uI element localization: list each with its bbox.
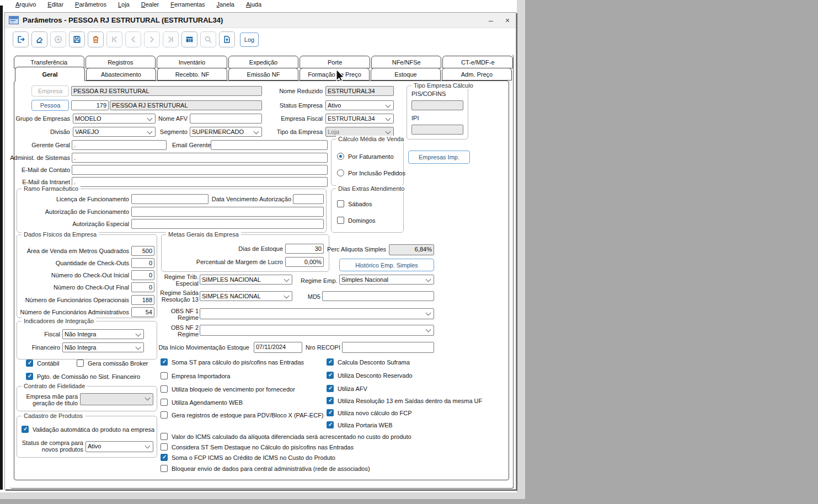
tab-porte[interactable]: Porte (300, 56, 370, 68)
checkbox-utiliza-agendamento-web[interactable]: Utiliza Agendamento WEB (161, 399, 243, 406)
minimize-button[interactable]: – (483, 14, 499, 27)
func-administrativos-input[interactable]: 54 (131, 307, 154, 317)
save-button[interactable] (69, 31, 85, 47)
obs-nf1-regime-select[interactable] (200, 308, 434, 319)
checkbox-utiliza-bloqueio-vencimento[interactable]: Utiliza bloqueio de vencimento por forne… (161, 385, 295, 393)
divisao-select[interactable]: VAREJO (73, 127, 156, 137)
checkout-inicial-input[interactable]: 0 (131, 270, 154, 280)
autorizacao-especial-input[interactable] (131, 219, 324, 229)
add-button[interactable] (50, 31, 66, 47)
checkbox-empresa-importadora[interactable]: Empresa Importadora (161, 372, 230, 379)
administ-sistemas-input[interactable]: . (72, 153, 328, 163)
licenca-funcionamento-input[interactable] (131, 194, 208, 204)
grid-icon (185, 35, 194, 44)
regime-trib-especial-select[interactable]: SIMPLES NACIONAL (200, 275, 292, 285)
regime-emp-select[interactable]: Simples Nacional (339, 275, 434, 285)
checkbox-bloquear-envio-dados[interactable]: Bloquear envio de dados para central adm… (161, 465, 370, 472)
empresas-imp-button[interactable]: Empresas Imp. (408, 151, 470, 164)
grid-button[interactable] (181, 31, 197, 47)
menu-item-loja[interactable]: Loja (118, 1, 130, 8)
menu-item-dealer[interactable]: Dealer (141, 1, 159, 8)
checkbox-soma-fcp-icms[interactable]: Soma o FCP ICMS ao Crédito de ICMS no Cu… (161, 454, 335, 461)
nro-recopi-input[interactable] (342, 342, 434, 353)
dta-inicio-movimentacao-input[interactable]: 07/11/2024 (254, 342, 302, 353)
checkbox-sabados[interactable]: Sábados (337, 200, 372, 207)
menu-item-ajuda[interactable]: Ajuda (246, 1, 261, 8)
tab-cte-mdfe[interactable]: CT-e/MDF-e (442, 56, 513, 68)
tab-recebto-nf[interactable]: Recebto. NF (157, 68, 227, 81)
checkbox-domingos[interactable]: Domingos (337, 217, 376, 224)
previous-record-button[interactable] (125, 31, 141, 47)
radio-por-inclusao-pedidos[interactable]: Por Inclusão Pedidos (337, 169, 405, 176)
checkbox-box (26, 360, 33, 367)
tab-nfe-nfse[interactable]: NFe/NFSe (371, 56, 442, 68)
tab-estoque[interactable]: Estoque (371, 68, 441, 81)
checkbox-utiliza-portaria-web[interactable]: Utiliza Portaria WEB (327, 421, 393, 428)
checkbox-utiliza-afv[interactable]: Utiliza AFV (327, 385, 367, 392)
tab-geral[interactable]: Geral (15, 67, 85, 81)
tipo-empresa-calculo-title: Tipo Empresa Cálculo (411, 82, 475, 89)
menu-item-parametros[interactable]: Parâmetros (75, 1, 106, 8)
clear-button[interactable] (31, 31, 47, 47)
md5-input[interactable] (322, 291, 434, 301)
data-vencimento-input[interactable] (293, 194, 324, 204)
pessoa-button[interactable]: Pessoa (31, 100, 69, 111)
checkbox-gera-registros-pdv[interactable]: Gera registros de estoque para PDV/Bloco… (161, 411, 324, 419)
menu-item-janela[interactable]: Janela (217, 1, 234, 8)
next-record-button[interactable] (144, 31, 160, 47)
regime-saida-resolucao13-select[interactable]: SIMPLES NACIONAL (200, 291, 292, 301)
export-button[interactable] (219, 31, 235, 47)
empresa-button[interactable]: Empresa (31, 85, 69, 96)
checkbox-calcula-desconto-suframa[interactable]: Calcula Desconto Suframa (327, 358, 410, 366)
qtd-checkouts-input[interactable]: 0 (131, 258, 154, 268)
log-button[interactable]: Log (240, 33, 259, 47)
close-button[interactable]: × (499, 14, 516, 27)
email-intranet-input[interactable]: . (72, 177, 328, 187)
margem-lucro-input[interactable]: 0,00% (285, 257, 324, 267)
checkbox-validacao-automatica[interactable]: Validação automática do produto na empre… (22, 426, 154, 433)
checkbox-gera-comissao-broker[interactable]: Gera comissão Broker (77, 360, 148, 367)
first-record-button[interactable] (106, 31, 122, 47)
checkbox-soma-st-entradas[interactable]: Soma ST para cálculo do pis/cofins nas E… (161, 358, 304, 366)
status-empresa-select[interactable]: Ativo (325, 100, 394, 110)
tab-adm-preco[interactable]: Adm. Preço (442, 68, 512, 81)
menu-item-editar[interactable]: Editar (47, 1, 63, 8)
tab-emissao-nf[interactable]: Emissão NF (228, 68, 298, 81)
pessoa-code-field[interactable]: 179 (71, 100, 109, 110)
autorizacao-funcionamento-input[interactable] (131, 207, 324, 217)
grupo-empresas-select[interactable]: MODELO (73, 114, 156, 124)
area-venda-input[interactable]: 500 (131, 246, 154, 256)
exit-button[interactable] (13, 31, 29, 47)
last-record-button[interactable] (163, 31, 179, 47)
obs-nf2-regime-select[interactable] (200, 325, 434, 336)
menu-item-ferramentas[interactable]: Ferramentas (170, 1, 205, 8)
checkbox-pgto-comissao[interactable]: Pgto. de Comissão no Sist. Financeiro (26, 373, 140, 380)
tab-inventario[interactable]: Inventário (157, 56, 227, 68)
checkbox-utiliza-resolucao13[interactable]: Utiliza Resolução 13 em Saídas dentro da… (327, 397, 482, 404)
email-gerente-input[interactable] (211, 140, 328, 150)
tab-expedicao[interactable]: Expedição (228, 56, 299, 68)
checkbox-valor-icms-aliquota-diferenciada[interactable]: Valor do ICMS calculado da alíquota dife… (161, 433, 411, 440)
tab-abastecimento[interactable]: Abastecimento (86, 68, 156, 81)
menu-item-arquivo[interactable]: Arquivo (15, 1, 36, 8)
delete-button[interactable] (88, 31, 104, 47)
gerente-geral-input[interactable]: . (72, 140, 167, 150)
radio-por-faturamento[interactable]: Por Faturamento (337, 153, 394, 160)
dias-estoque-input[interactable]: 30 (285, 244, 324, 254)
email-contato-input[interactable] (72, 165, 328, 175)
search-button[interactable] (200, 31, 216, 47)
func-operacionais-input[interactable]: 188 (131, 295, 154, 305)
segmento-select[interactable]: SUPERMERCADO (190, 127, 262, 137)
checkbox-considera-st-sem-destaque[interactable]: Considera ST Sem Destaque no Cálculo do … (161, 443, 354, 451)
checkbox-utiliza-novo-fcp[interactable]: Utiliza novo cálculo do FCP (327, 409, 412, 416)
empresa-fiscal-select[interactable]: ESTRUTURAL34 (325, 114, 394, 124)
checkbox-utiliza-desconto-reservado[interactable]: Utiliza Desconto Reservado (327, 372, 413, 379)
tab-registros[interactable]: Registros (85, 56, 156, 68)
status-compra-select[interactable]: Ativo (85, 441, 153, 452)
fiscal-select[interactable]: Não Integra (62, 329, 144, 339)
checkout-final-input[interactable]: 0 (131, 282, 154, 292)
historico-emp-simples-button[interactable]: Histórico Emp. Simples (339, 259, 434, 271)
financeiro-select[interactable]: Não Integra (62, 342, 144, 352)
checkbox-contabil[interactable]: Contábil (26, 360, 59, 367)
nome-afv-input[interactable] (190, 114, 262, 124)
